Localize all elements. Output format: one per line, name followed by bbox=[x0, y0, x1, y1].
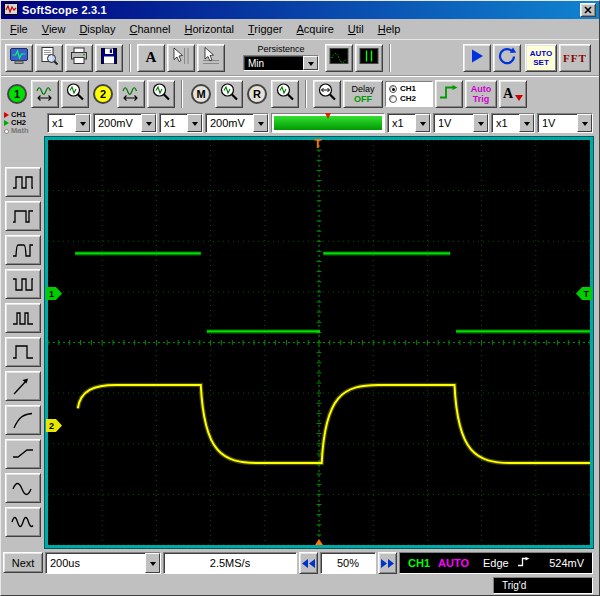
run-icon bbox=[467, 46, 487, 70]
dropdown-button[interactable] bbox=[75, 114, 90, 132]
dropdown-button[interactable] bbox=[577, 114, 592, 132]
auto-trig-label-bottom: Trig bbox=[473, 94, 490, 104]
text-tool-button[interactable]: A bbox=[137, 44, 165, 72]
waveform-sine-one-button[interactable] bbox=[5, 473, 41, 503]
title-bar: SoftScope 2.3.1 bbox=[1, 1, 599, 19]
fft-button[interactable]: FFT bbox=[559, 44, 591, 72]
vertical-cursors-button[interactable] bbox=[167, 44, 195, 72]
double-left-arrow-icon bbox=[302, 559, 315, 568]
ch2-pan-button[interactable] bbox=[117, 80, 145, 108]
waveform-ramp-arrow-button[interactable] bbox=[5, 371, 41, 401]
single-acquire-button[interactable] bbox=[493, 44, 521, 72]
waveform-palette bbox=[1, 135, 45, 549]
trigger-source-ch2[interactable]: CH2 bbox=[389, 94, 432, 103]
dots-wave-icon bbox=[329, 46, 349, 70]
annotate-label: A bbox=[503, 86, 513, 102]
menu-help[interactable]: Help bbox=[371, 20, 408, 38]
scroll-right-button[interactable] bbox=[378, 552, 397, 574]
menu-util[interactable]: Util bbox=[341, 20, 371, 38]
ch1-zoom-button[interactable] bbox=[61, 80, 89, 108]
scroll-left-button[interactable] bbox=[299, 552, 318, 574]
next-page-button[interactable]: Next bbox=[3, 552, 43, 573]
auto-trig-button[interactable]: Auto Trig bbox=[465, 80, 497, 108]
menu-trigger[interactable]: Trigger bbox=[241, 20, 289, 38]
annotate-button[interactable]: A bbox=[499, 80, 527, 108]
timebase-select[interactable]: 200us bbox=[45, 552, 161, 574]
print-button[interactable] bbox=[65, 44, 93, 72]
ch2-scale-value: 200mV bbox=[206, 114, 253, 132]
dropdown-button[interactable] bbox=[141, 114, 156, 132]
menu-horizontal[interactable]: Horizontal bbox=[177, 20, 241, 38]
menu-file[interactable]: File bbox=[3, 20, 35, 38]
channel2-button[interactable]: 2 bbox=[93, 84, 113, 104]
trigger-state-value: Trig'd bbox=[502, 580, 526, 591]
waveform-pulse-narrow-button[interactable] bbox=[5, 303, 41, 333]
ref-zoom-button[interactable] bbox=[271, 80, 299, 108]
zoom-wave-icon bbox=[219, 82, 239, 106]
channel-indicators: CH1 CH2 Math bbox=[1, 111, 45, 135]
ref2-probe-select[interactable]: x1 bbox=[491, 113, 535, 133]
persistence-bars-button[interactable] bbox=[355, 44, 383, 72]
dropdown-button[interactable] bbox=[473, 114, 488, 132]
ch2-scale-select[interactable]: 200mV bbox=[205, 113, 269, 133]
menu-acquire[interactable]: Acquire bbox=[289, 20, 340, 38]
delay-button[interactable]: Delay OFF bbox=[343, 80, 383, 108]
scope-display[interactable]: 1 2 T T bbox=[48, 140, 590, 545]
position-display: 50% bbox=[320, 552, 376, 574]
horizontal-cursors-button[interactable] bbox=[197, 44, 225, 72]
menu-display[interactable]: Display bbox=[72, 20, 122, 38]
waveform-step-ramp-button[interactable] bbox=[5, 439, 41, 469]
ref2-scale-select[interactable]: 1V bbox=[537, 113, 593, 133]
close-button[interactable] bbox=[580, 3, 596, 17]
chevron-down-icon bbox=[582, 122, 588, 129]
toolbar-separator bbox=[305, 80, 307, 108]
dropdown-button[interactable] bbox=[415, 114, 430, 132]
persistence-dropdown-button[interactable] bbox=[303, 56, 318, 70]
vertical-cursor-icon bbox=[171, 46, 191, 70]
trigger-slope-button[interactable] bbox=[435, 80, 463, 108]
menu-view[interactable]: View bbox=[35, 20, 73, 38]
dropdown-button[interactable] bbox=[519, 114, 534, 132]
wave-pan-icon bbox=[35, 82, 55, 106]
waveform-pulse-round-button[interactable] bbox=[5, 235, 41, 265]
autoset-button[interactable]: AUTO SET bbox=[525, 44, 557, 72]
ch2-zoom-button[interactable] bbox=[147, 80, 175, 108]
trigger-position-marker[interactable]: T bbox=[314, 138, 321, 150]
waveform-ramp-exp-button[interactable] bbox=[5, 405, 41, 435]
waveform-pulse-train-button[interactable] bbox=[5, 167, 41, 197]
dropdown-button[interactable] bbox=[145, 553, 160, 573]
ch1-pan-button[interactable] bbox=[31, 80, 59, 108]
persistence-dots-button[interactable] bbox=[325, 44, 353, 72]
ref2-scale-value: 1V bbox=[538, 114, 577, 132]
math-button[interactable]: M bbox=[191, 84, 211, 104]
ref-button[interactable]: R bbox=[247, 84, 267, 104]
waveform-pulse-low-button[interactable] bbox=[5, 269, 41, 299]
print-preview-button[interactable] bbox=[35, 44, 63, 72]
horizontal-position-bar[interactable] bbox=[271, 113, 385, 133]
waveform-pulse-wide-button[interactable] bbox=[5, 201, 41, 231]
channel1-button[interactable]: 1 bbox=[7, 84, 27, 104]
horizontal-zoom-icon bbox=[317, 82, 337, 106]
math-zoom-button[interactable] bbox=[215, 80, 243, 108]
math-indicator-label: Math bbox=[11, 127, 29, 135]
horizontal-zoom-button[interactable] bbox=[313, 80, 341, 108]
dropdown-button[interactable] bbox=[253, 114, 268, 132]
persistence-select[interactable]: Min bbox=[243, 55, 319, 71]
waveform-square-button[interactable] bbox=[5, 337, 41, 367]
toolbar-main: A Persistence Min AUTO SET FFT bbox=[1, 39, 599, 75]
ref1-scale-select[interactable]: 1V bbox=[433, 113, 489, 133]
math-indicator[interactable]: Math bbox=[4, 127, 45, 135]
text-tool-icon: A bbox=[146, 49, 157, 66]
waveform-sine-two-button[interactable] bbox=[5, 507, 41, 537]
run-button[interactable] bbox=[463, 44, 491, 72]
menu-channel[interactable]: Channel bbox=[122, 20, 177, 38]
ch1-scale-select[interactable]: 200mV bbox=[93, 113, 157, 133]
ref1-probe-select[interactable]: x1 bbox=[387, 113, 431, 133]
ch1-probe-select[interactable]: x1 bbox=[47, 113, 91, 133]
scope-display-button[interactable] bbox=[5, 44, 33, 72]
dropdown-button[interactable] bbox=[187, 114, 202, 132]
scope-icon bbox=[9, 46, 29, 70]
save-button[interactable] bbox=[95, 44, 123, 72]
trigger-source-ch1[interactable]: CH1 bbox=[389, 84, 432, 93]
ch2-probe-select[interactable]: x1 bbox=[159, 113, 203, 133]
